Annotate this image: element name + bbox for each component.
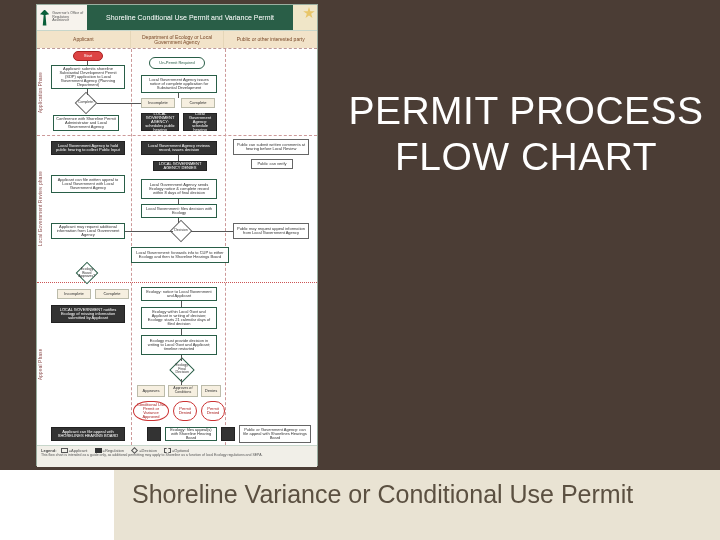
node-p2: Public can verify — [251, 159, 293, 169]
slide-title: PERMIT PROCESS FLOW CHART — [348, 88, 704, 180]
legend-foot: This flow chart is intended as a guide o… — [41, 454, 313, 458]
node-a1: Applicant: submits shoreline Substantial… — [51, 65, 125, 89]
legend-applicant: =Applicant — [69, 448, 88, 453]
node-cmp: Complete — [181, 98, 215, 108]
node-e2: LOCAL GOVERNMENT notifies Ecology of mis… — [51, 305, 125, 323]
node-d3: Ecology Board Approves? — [79, 268, 96, 279]
node-cmp2: Complete — [95, 289, 129, 299]
node-g7: Local Government: forwards info to CUP t… — [131, 247, 229, 263]
col-agency: Department of Ecology or Local Governmen… — [131, 31, 225, 48]
flowchart-legend: Legend: =Applicant =Regulation =Decision… — [37, 445, 317, 467]
node-g4: LOCAL GOVERNMENT AGENCY DENIES — [153, 161, 207, 171]
legend-title: Legend: — [41, 448, 57, 453]
col-applicant: Applicant — [37, 31, 131, 48]
legend-decision: =Decision — [139, 448, 157, 453]
flowchart-header: Governor's Office of Regulatory Assistan… — [37, 5, 317, 31]
node-apr: Approves — [137, 385, 165, 397]
step-icon-2 — [221, 427, 235, 441]
node-a6: Applicant can file appeal with SHORELINE… — [51, 427, 125, 441]
node-end2: Permit Denied — [173, 401, 197, 421]
col-public: Public or other interested party — [224, 31, 317, 48]
node-un: Un-Permit Required — [149, 57, 205, 69]
star-badge-icon — [293, 5, 317, 30]
node-inc: Incomplete — [141, 98, 175, 108]
node-end3: Permit Denied — [201, 401, 225, 421]
node-d2: Decision — [174, 229, 187, 233]
step-icon-1 — [147, 427, 161, 441]
flowchart-thumbnail: Governor's Office of Regulatory Assistan… — [36, 4, 318, 466]
node-a4: Applicant can file written appeal to Loc… — [51, 175, 125, 193]
node-e5: Ecology: files appeal(s) with Shoreline … — [165, 427, 217, 441]
node-start: Start — [73, 51, 103, 61]
phase-label-2: Local Government Review phase — [38, 144, 47, 274]
node-a5: Applicant may request additional informa… — [51, 223, 125, 239]
node-e1: Ecology: notice to Local Government and … — [141, 287, 217, 301]
org-line2: Regulatory Assistance — [52, 16, 84, 23]
palm-icon — [40, 10, 49, 26]
flowchart-title: Shoreline Conditional Use Permit and Var… — [87, 5, 293, 30]
node-g5: Local Government Agency sends Ecology no… — [141, 179, 217, 199]
node-e4: Ecology must provide decision in writing… — [141, 335, 217, 355]
node-g2b: Local Government Agency: schedule hearin… — [183, 113, 217, 131]
phase-label-1: Application Phase — [38, 57, 47, 127]
node-a2: Conference with Shoreline Permit Adminis… — [53, 115, 119, 131]
node-inc2: Incomplete — [57, 289, 91, 299]
node-end1: Conditional Use Permit or Variance Appro… — [133, 401, 169, 421]
legend-optional: =Optional — [172, 448, 189, 453]
node-p1: Public can submit written comments at he… — [233, 139, 309, 155]
node-g6: Local Government: files decision with Ec… — [141, 204, 217, 218]
caption-text: Shoreline Variance or Conditional Use Pe… — [132, 480, 704, 508]
node-d4: Ecology: Final Decision — [175, 364, 188, 375]
node-e3: Ecology within Local Govt and Applicant … — [141, 307, 217, 329]
phase-label-3: Appeal Phase — [38, 289, 47, 439]
flowchart-body: Application Phase Local Government Revie… — [37, 49, 317, 445]
legend-agency: =Regulation — [103, 448, 124, 453]
node-p4: Public or Government Agency: can file ap… — [239, 425, 311, 443]
node-g1: Local Government Agency issues notice of… — [141, 75, 217, 93]
node-d1: Complete? — [78, 101, 95, 105]
agency-logo: Governor's Office of Regulatory Assistan… — [37, 5, 87, 30]
node-acond: Approves w/ Conditions — [168, 385, 198, 397]
flowchart-column-headers: Applicant Department of Ecology or Local… — [37, 31, 317, 49]
node-a3: Local Government Agency to hold public h… — [51, 141, 125, 155]
node-g2: LOCAL GOVERNMENT AGENCY: schedules publi… — [141, 113, 179, 131]
node-p3: Public may request appeal information fr… — [233, 223, 309, 239]
caption-bar: Shoreline Variance or Conditional Use Pe… — [114, 470, 720, 540]
caption-gutter — [0, 470, 114, 540]
node-den: Denies — [201, 385, 221, 397]
node-g3: Local Government Agency reviews record, … — [141, 141, 217, 155]
